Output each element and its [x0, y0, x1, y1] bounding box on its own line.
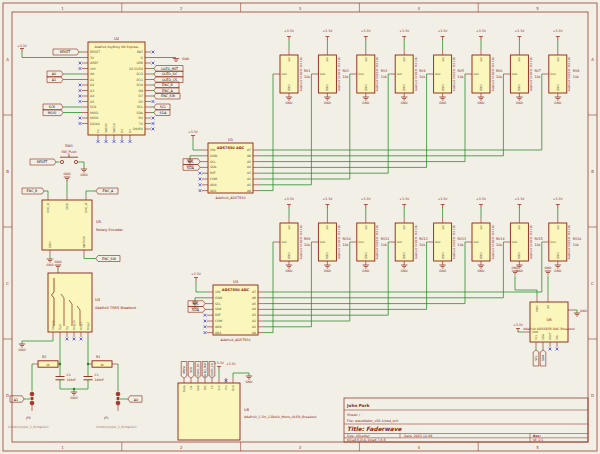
mcu-pin-name: D7 [139, 94, 143, 98]
trrs-pin-name: Ring1 [79, 322, 83, 330]
pot-pin-name: Out [435, 240, 441, 244]
pot-value: 10k [458, 243, 464, 247]
gnd-label: GND [554, 269, 562, 273]
gnd-label: GND [554, 101, 562, 105]
mcu-pin-name: D13/LED [129, 67, 143, 71]
global-label-text: SCL [534, 355, 538, 361]
adc-header: ADS7830 ADC [222, 288, 250, 292]
gnd-label: GND [362, 269, 370, 273]
power-3v3-label: +3.3V [399, 197, 410, 201]
trrs-ref: U4 [95, 297, 101, 302]
pot-part-text: Adafruit SC6031 Pot 10k [414, 225, 418, 260]
pot-pin-name: Vin [402, 57, 406, 62]
power-3v3-label: +3.3V [188, 130, 199, 134]
adc-pin-name: A1 [247, 183, 251, 187]
pot-ref: RV3 [381, 69, 387, 73]
frame-col-label: 2 [180, 445, 183, 450]
r1-value: 1k [100, 363, 104, 367]
pot-ref: RV14 [496, 237, 505, 241]
mcu-pin-name: D2/A6 [90, 122, 100, 126]
dac-pin-name: A0 [546, 305, 550, 309]
wire [22, 337, 53, 344]
pot-ref: RV9 [304, 237, 310, 241]
pot-pin-name: Out [512, 72, 518, 76]
pot-part-text: Adafruit SC6031 Pot 10k [491, 57, 495, 92]
mcu-name: Adafruit ItsyBitsy M4 Express [95, 45, 139, 49]
adc-pin-name: A6 [247, 154, 251, 158]
gnd-label: GND [46, 263, 54, 267]
power-3v3-label: +3.3V [361, 29, 372, 33]
mcu-pin-name: D9 [139, 89, 143, 93]
pot-part-text: Adafruit SC6031 Pot 10k [337, 225, 341, 260]
mcu-pin-name: D5 [139, 100, 143, 104]
gnd-label: GND [401, 101, 409, 105]
global-label-text: OLED_RST [161, 67, 179, 71]
pot-ref: RV8 [573, 69, 579, 73]
c1-value: 100nF [95, 378, 105, 382]
mcu-pin-name: SWDIO [104, 122, 108, 133]
trrs-pin-name: TipS [58, 324, 62, 331]
global-label-text: OLED_DC [196, 363, 200, 377]
gnd-label: GND [439, 269, 447, 273]
mcu-pin-name: SDA [136, 111, 143, 115]
frame-row-label: B [591, 169, 594, 174]
pot-pin-name: GND [364, 252, 368, 259]
adc-pin-name: GND [210, 154, 218, 158]
power-3v3-label: +3.3V [513, 323, 524, 327]
mcu-pin-name: TX [138, 122, 144, 126]
pot-pin-name: Out [397, 240, 403, 244]
c2-value: 100nF [67, 378, 77, 382]
global-label-text: OLED_DC [162, 72, 178, 76]
pot-ref: RV5 [458, 69, 464, 73]
power-3v3-label: +3.3V [214, 361, 225, 365]
global-label-text: ENC_SW [102, 257, 117, 261]
pot-pin-name: GND [402, 84, 406, 91]
frame-col-label: 4 [418, 6, 421, 11]
pot-pin-name: Vin [364, 225, 368, 230]
frame-row-label: D [6, 393, 9, 398]
adc-pin-name: REF [210, 171, 216, 175]
pot-pin-name: Vin [441, 225, 445, 230]
pot-pin-name: GND [479, 252, 483, 259]
dac-pin-name: VOUT [548, 332, 552, 340]
global-label-text: A0 [52, 72, 56, 76]
oled-ref: U8 [244, 408, 250, 412]
mcu-pin-name: USB [136, 61, 143, 65]
global-label-text: SCL [160, 105, 166, 109]
adc-pin-name: A4 [252, 307, 256, 311]
pot-part-text: Adafruit SC6031 Pot 10k [529, 225, 533, 260]
switch-contact [74, 160, 77, 163]
pot-pin-name: Vin [479, 225, 483, 230]
mcu-pin-name: D11 [136, 78, 143, 82]
mcu-pin-name: D0/RX [133, 127, 144, 131]
mcu-pin-name: A2 [90, 83, 94, 87]
adc-pin-name: A3 [252, 313, 256, 317]
dac-pin-name: VREF [535, 305, 539, 313]
trrs-pin-name: Ring1S [72, 320, 76, 330]
schematic-canvas: 1122334455AABBCCDDU2Adafruit ItsyBitsy M… [0, 0, 600, 454]
jp1-pad [116, 401, 120, 405]
pot-ref: RV1 [304, 69, 310, 73]
pot-ref: RV4 [419, 69, 425, 73]
pot-part-text: Adafruit SC6031 Pot 10k [414, 57, 418, 92]
frame-col-label: 2 [180, 6, 183, 11]
pot-pin-name: GND [479, 84, 483, 91]
mcu-pin-name: BAT [137, 50, 143, 54]
pot-pin-name: Out [435, 72, 441, 76]
global-label-text: SCL [187, 160, 193, 164]
adc-pin-name: AD1 [215, 331, 221, 335]
pot-pin-name: GND [441, 84, 445, 91]
adc-pin-name: A0 [252, 331, 256, 335]
gnd-label: GND [439, 101, 447, 105]
global-label-text: MOSI [182, 366, 186, 374]
pot-part-text: Adafruit SC6031 Pot 10k [337, 57, 341, 92]
frame-row-label: C [6, 281, 9, 286]
gnd-label: GND [70, 396, 78, 400]
global-label-text: ENC_B [162, 83, 173, 87]
c1-ref: C1 [95, 373, 99, 377]
pot-ref: RV6 [496, 69, 502, 73]
sw1-ref: SW1 [65, 144, 73, 148]
pot-pin-name: Vin [287, 225, 291, 230]
power-3v3-label: +3.3V [399, 29, 410, 33]
power-3v3-label: +3.3V [553, 197, 564, 201]
